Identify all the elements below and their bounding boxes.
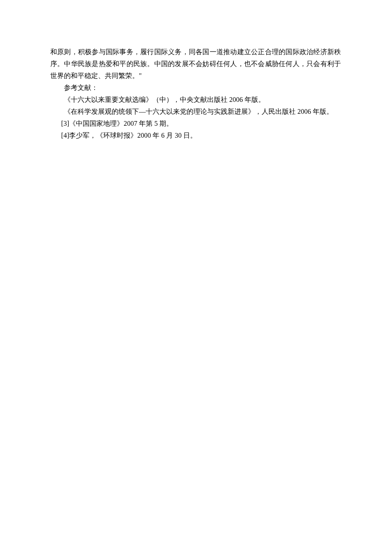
references-heading: 参考文献： xyxy=(50,82,341,94)
reference-item: 《十六大以来重要文献选编》（中），中央文献出版社 2006 年版。 xyxy=(50,94,341,106)
body-paragraph: 和原则，积极参与国际事务，履行国际义务，同各国一道推动建立公正合理的国际政治经济… xyxy=(50,46,341,82)
reference-item: [4]李少军，《环球时报》2000 年 6 月 30 日。 xyxy=(50,130,341,142)
reference-item: 《在科学发展观的统领下—十六大以来党的理论与实践新进展》，人民出版社 2006 … xyxy=(50,106,341,118)
reference-item: [3]《中国国家地理》2007 年第 5 期。 xyxy=(50,118,341,130)
